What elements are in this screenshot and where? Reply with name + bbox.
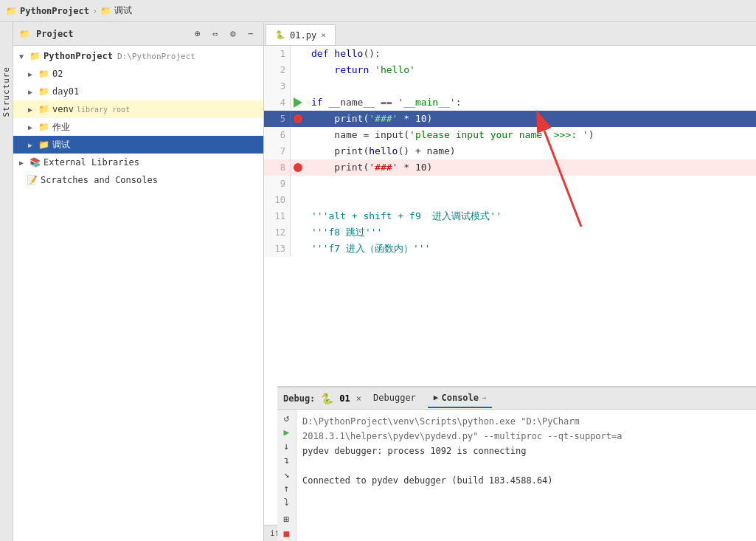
- structure-tab[interactable]: Structure: [0, 22, 13, 541]
- folder-venv-label: venv: [52, 104, 74, 114]
- line-number: 10: [264, 192, 291, 208]
- project-panel: 📁 Project ⊕ ⇔ ⚙ − ▼ 📁 PythonProject D:\P…: [13, 22, 264, 541]
- debug-left-toolbar: ↺ ▶ ↓ ↴ ↘ ↑ ⤵ ⊞ ■ ≡ ⊕ 🐍: [277, 410, 296, 541]
- resume-btn[interactable]: ▶: [279, 427, 295, 438]
- tree-item-venv[interactable]: ▶ 📁 venv library root: [13, 100, 263, 118]
- console-redirect-arrow: →: [482, 393, 486, 402]
- scratches-label: Scratches and Consoles: [41, 175, 158, 185]
- folder-icon: 📁: [6, 6, 17, 16]
- code-line-11: 11 '''alt + shift + f9 进入调试模式'': [264, 208, 756, 224]
- code-line-4: 4 if __name__ == '__main__':: [264, 94, 756, 111]
- stop-btn[interactable]: ■: [279, 528, 295, 539]
- arrow-icon: ▶: [28, 123, 38, 131]
- breadcrumb: 📁 PythonProject › 📁 调试: [6, 4, 132, 17]
- line-number: 8: [264, 159, 291, 176]
- tab-console[interactable]: ▶ Console →: [428, 389, 492, 408]
- code-content-8: print('###' * 10): [305, 159, 756, 176]
- settings-icon[interactable]: ⚙: [226, 27, 240, 41]
- collapse-icon[interactable]: ⇔: [209, 27, 222, 41]
- code-content-5: print('###' * 10): [305, 111, 756, 127]
- code-line-13: 13 '''f7 进入（函数内）''': [264, 241, 756, 257]
- code-content-4: if __name__ == '__main__':: [305, 94, 756, 111]
- code-content-11: '''alt + shift + f9 进入调试模式'': [305, 208, 756, 224]
- tab-bar: 🐍 01.py ×: [264, 22, 756, 46]
- line-number: 12: [264, 224, 291, 241]
- evaluate-btn[interactable]: ⊞: [279, 514, 295, 525]
- rerun-btn[interactable]: ↺: [279, 413, 295, 424]
- line-number: 7: [264, 143, 291, 159]
- tab-close-icon[interactable]: ×: [321, 30, 326, 40]
- code-content-3: [305, 78, 756, 94]
- line-number: 9: [264, 176, 291, 192]
- debug-close-icon[interactable]: ×: [356, 393, 361, 404]
- debug-console[interactable]: D:\PythonProject\venv\Scripts\python.exe…: [296, 410, 756, 541]
- tab-label: 01.py: [290, 30, 316, 41]
- step-into-btn[interactable]: ↴: [279, 455, 295, 466]
- gutter-2: [291, 62, 305, 78]
- play-arrow-icon: [294, 97, 302, 108]
- arrow-icon: ▶: [28, 141, 38, 149]
- debug-title: Debug:: [283, 393, 315, 404]
- tree-item-day01[interactable]: ▶ 📁 day01: [13, 83, 263, 100]
- line-number: 4: [264, 94, 291, 111]
- line-number: 11: [264, 208, 291, 224]
- code-line-7: 7 print(hello() + name): [264, 143, 756, 159]
- step-over-btn[interactable]: ↓: [279, 441, 295, 452]
- code-line-2: 2 return 'hello': [264, 62, 756, 78]
- code-line-8: 8 print('###' * 10): [264, 159, 756, 176]
- console-label: Console: [441, 393, 479, 403]
- console-redirect-icon: ▶: [434, 393, 439, 402]
- tree-item-scratches[interactable]: 📝 Scratches and Consoles: [13, 171, 263, 189]
- breakpoint-dot-8: [294, 163, 302, 172]
- arrow-icon: ▼: [19, 52, 30, 61]
- editor-area: 🐍 01.py × 1 def hello(): 2 return 'hello…: [264, 22, 756, 541]
- gutter-9: [291, 176, 305, 192]
- debugger-label: Debugger: [373, 393, 416, 403]
- tab-debugger[interactable]: Debugger: [367, 389, 422, 408]
- arrow-icon: ▶: [28, 106, 38, 114]
- code-line-3: 3: [264, 78, 756, 94]
- panel-header: 📁 Project ⊕ ⇔ ⚙ −: [13, 22, 263, 46]
- code-content-9: [305, 176, 756, 192]
- line-number: 5: [264, 111, 291, 127]
- structure-label: Structure: [1, 66, 11, 117]
- project-label: PythonProject: [44, 51, 113, 61]
- gutter-4: [291, 94, 305, 111]
- breadcrumb-separator: ›: [92, 6, 97, 16]
- folder-icon-debug: 📁: [38, 139, 49, 150]
- gutter-3: [291, 78, 305, 94]
- minimize-icon[interactable]: −: [244, 27, 257, 41]
- debug-tab-icon: 🐍: [321, 393, 333, 404]
- code-content-13: '''f7 进入（函数内）''': [305, 241, 756, 257]
- folder-icon-homework: 📁: [38, 122, 49, 132]
- console-line-connected: Connected to pydev debugger (build 183.4…: [302, 473, 750, 488]
- code-line-12: 12 '''f8 跳过''': [264, 224, 756, 241]
- console-line-blank: [302, 458, 750, 473]
- breakpoint-dot-5: [294, 114, 302, 123]
- gutter-10: [291, 192, 305, 208]
- code-content-12: '''f8 跳过''': [305, 224, 756, 241]
- tree-item-debug[interactable]: ▶ 📁 调试: [13, 136, 263, 154]
- tree-item-pythonproject[interactable]: ▼ 📁 PythonProject D:\PythonProject: [13, 47, 263, 65]
- tree-item-homework[interactable]: ▶ 📁 作业: [13, 118, 263, 136]
- step-into-my-btn[interactable]: ↘: [279, 469, 295, 480]
- code-content-7: print(hello() + name): [305, 143, 756, 159]
- file-tab-01py[interactable]: 🐍 01.py ×: [266, 24, 336, 45]
- folder-icon-project: 📁: [30, 51, 41, 61]
- tree-item-02[interactable]: ▶ 📁 02: [13, 65, 263, 83]
- locate-icon[interactable]: ⊕: [191, 27, 204, 41]
- code-line-1: 1 def hello():: [264, 46, 756, 62]
- gutter-1: [291, 46, 305, 62]
- folder-02-label: 02: [52, 69, 63, 79]
- gutter-11: [291, 208, 305, 224]
- folder-debug-label: 调试: [52, 139, 70, 151]
- current-folder: 调试: [114, 4, 132, 17]
- folder-icon-day01: 📁: [38, 86, 49, 97]
- folder-day01-label: day01: [52, 86, 79, 97]
- console-line-connecting: pydev debugger: process 1092 is connecti…: [302, 444, 750, 458]
- debug-panel: Debug: 🐍 01 × Debugger ▶ Console → ↺ ▶: [277, 386, 756, 541]
- tree-item-external-libs[interactable]: ▶ 📚 External Libraries: [13, 154, 263, 171]
- panel-title: Project: [36, 29, 185, 39]
- step-out-btn[interactable]: ↑: [279, 483, 295, 494]
- run-to-cursor-btn[interactable]: ⤵: [279, 497, 295, 508]
